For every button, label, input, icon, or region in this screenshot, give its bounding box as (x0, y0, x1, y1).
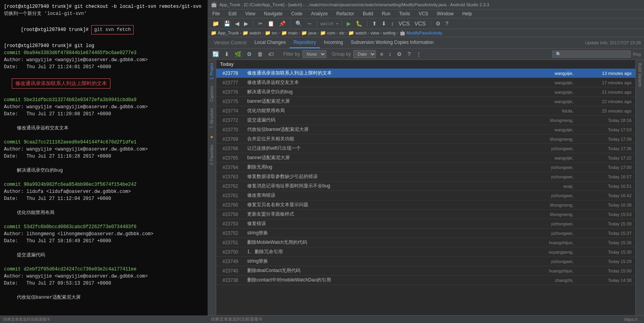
commit-row[interactable]: #237501、删除冗余引用ouyangpeng,Today 15:30 (216, 247, 635, 257)
commit-row[interactable]: #23762修复消息记录地址界面时间显示不全bugwuqi,Today 16:5… (216, 181, 635, 191)
commit-row[interactable]: #23769合并定位开关相关功能lihongmeng,Today 17:39 (216, 134, 635, 144)
breadcrumb-src[interactable]: src (272, 31, 278, 35)
filter-search-input[interactable] (552, 51, 631, 58)
commit-row[interactable]: #23760修复宝贝名名称文本显示问题lihongmeng,Today 16:3… (216, 200, 635, 210)
commit-message: 修改查询错误 (247, 192, 527, 199)
filter-expand[interactable]: ≡ (378, 50, 385, 58)
breadcrumb-modifypass[interactable]: ModifyPassActivity (407, 31, 443, 35)
menu-analyze[interactable]: Analyze (309, 10, 329, 17)
filter-refresh[interactable]: 🔄 (211, 50, 221, 58)
commit-time: Today 15:29 (577, 259, 631, 264)
commit-row[interactable]: #23772提交遗漏代码lihongmeng,Today 18:16 (216, 116, 635, 125)
commit-row[interactable]: #23756更新友盟分享面板样式lihongmeng,Today 15:53 (216, 210, 635, 219)
tab-local-changes[interactable]: Local Changes (250, 37, 289, 48)
commit-row[interactable]: #23749string替换yizhongwei,Today 15:29 (216, 257, 635, 266)
menu-build[interactable]: Build (361, 10, 375, 17)
toolbar-forward[interactable]: ▶ (242, 20, 250, 27)
group-by-select[interactable]: Date (353, 50, 376, 58)
toolbar-replace[interactable]: ↔ (305, 20, 314, 27)
commit-row[interactable]: #23776解决通讯录空白的bugwangyijie,21 minutes ag… (216, 87, 635, 97)
toolbar-help[interactable]: ? (444, 20, 450, 27)
captures-panel-tab[interactable]: Captures (209, 83, 215, 105)
toolbar-vcs-3[interactable]: ↕ (389, 20, 395, 27)
toolbar-watch-dropdown[interactable]: watch ▾ (320, 21, 338, 26)
toolbar-back[interactable]: ◀ (233, 20, 241, 27)
filter-settings2[interactable]: ⚙ (395, 50, 403, 58)
commit-row[interactable]: #23738删除contact中对mobileWatchDao的引用zhangz… (216, 276, 635, 285)
commit-id: #23764 (223, 165, 244, 170)
toolbar-vcs-4[interactable]: VCS (397, 20, 411, 27)
term-line-2: 切换到一个新分支 'local-git-svn' (4, 10, 204, 17)
project-panel-tab[interactable]: 1: Project (209, 60, 215, 83)
menu-edit[interactable]: Edit (227, 10, 238, 17)
commit-time: Today 14:38 (577, 278, 631, 283)
toolbar-copy[interactable]: 📋 (266, 20, 276, 27)
filter-fetch[interactable]: ⬇ (223, 50, 231, 58)
breadcrumb-com[interactable]: com (327, 31, 335, 35)
commit-time: Today 15:39 (577, 221, 631, 226)
toolbar-vcs-2[interactable]: ⬇ (380, 20, 388, 27)
toolbar-vcs-1[interactable]: ⬆ (371, 20, 378, 27)
menu-tools[interactable]: Tools (398, 10, 412, 17)
commit-row[interactable]: #23774优化功能禁用布局lidufa,25 minutes ago (216, 106, 635, 116)
commit-row[interactable]: #23752string替换yizhongwei,Today 15:37 (216, 229, 635, 238)
commit-row[interactable]: #23775banner适配索尼大屏wangyijie,22 minutes a… (216, 97, 635, 106)
commit-row[interactable]: #23778修改通讯录添加联系人到达上限时的文本wangyijie,13 min… (216, 69, 635, 78)
toolbar-save[interactable]: 💾 (222, 20, 232, 27)
breadcrumb-view[interactable]: view (371, 31, 379, 35)
menu-code[interactable]: Code (289, 10, 304, 17)
menu-window[interactable]: Window (435, 10, 455, 17)
toolbar-run[interactable]: ▶ (345, 20, 353, 27)
menu-navigate[interactable]: Navigate (262, 10, 284, 17)
tab-incoming[interactable]: Incoming (320, 37, 347, 48)
menu-refactor[interactable]: Refactor (335, 10, 356, 17)
toolbar-debug[interactable]: 🐛 (354, 20, 364, 27)
filter-settings[interactable]: ⚙ (245, 50, 253, 58)
commit-row[interactable]: #23768让已连接的wifi只出现一个yizhongwei,Today 17:… (216, 144, 635, 153)
toolbar-open[interactable]: 📁 (211, 20, 221, 27)
term-commit-4: commit 90a9924b982fc6ea854bb98ec3f5674f1… (4, 181, 204, 188)
menu-run[interactable]: Run (380, 10, 392, 17)
commit-author: huangzhijun, (530, 269, 573, 273)
breadcrumb-main[interactable]: main (288, 31, 298, 35)
commit-row[interactable]: #23765banner适配索尼大屏wangyijie,Today 17:22 (216, 153, 635, 163)
commit-row[interactable]: #23777修改通讯录远程交友文本wangyijie,17 minutes ag… (216, 78, 635, 87)
commit-row[interactable]: #23764删除无用logyizhongwei,Today 17:00 (216, 163, 635, 172)
toolbar-settings[interactable]: ⚙ (434, 20, 442, 27)
filter-more[interactable]: ⋮ (414, 50, 423, 58)
structure-panel-tab[interactable]: 7: Structure (209, 105, 215, 132)
breadcrumb-xtc[interactable]: xtc (339, 31, 345, 35)
breadcrumb-setting[interactable]: setting (383, 31, 396, 35)
commit-row[interactable]: #23770代收短信banner适配索尼大屏wangyijie,Today 17… (216, 125, 635, 134)
menu-vcs[interactable]: VCS (417, 10, 430, 17)
menu-help[interactable]: Help (461, 10, 474, 17)
filter-by-select[interactable]: None (302, 50, 326, 58)
commit-row[interactable]: #23761修改查询错误yizhongwei,Today 16:42 (216, 191, 635, 200)
breadcrumb-apptrunk[interactable]: App_Trunk (218, 31, 239, 35)
filter-branch[interactable]: 🌿 (233, 50, 243, 58)
filter-tag[interactable]: 🏷 (267, 50, 275, 58)
breadcrumb-java[interactable]: java (308, 31, 316, 35)
filter-collapse[interactable]: ↕ (387, 50, 393, 58)
commit-row[interactable]: #23751删除MobileWatch无用的代码huangzhijun,Toda… (216, 238, 635, 247)
tab-repository[interactable]: Repository (289, 37, 320, 48)
build-variants-tab[interactable]: Build Variants (637, 60, 643, 90)
tab-svn-info[interactable]: Subversion Working Copies Information (347, 37, 438, 48)
commit-row[interactable]: #23753修复错误yizhongwei,Today 15:39 (216, 219, 635, 229)
breadcrumb-watch2[interactable]: watch (355, 31, 367, 35)
toolbar-search[interactable]: 🔍 (294, 20, 304, 27)
breadcrumb-sep-5: › (318, 31, 319, 35)
term-line-3: [root@xtgl207940 trunk]# git svn fetch (4, 17, 204, 42)
java-icon: 📁 (301, 30, 307, 36)
toolbar-cut[interactable]: ✂ (257, 20, 264, 27)
toolbar-vcs-5[interactable]: VCS (413, 20, 427, 27)
menu-view[interactable]: View (244, 10, 257, 17)
commit-row[interactable]: #23740删除dealContact无用代码huangzhijun,Today… (216, 266, 635, 276)
filter-help[interactable]: ? (406, 50, 412, 58)
favorites-panel-tab[interactable]: 2: Favorites (209, 142, 215, 168)
toolbar-paste[interactable]: 📌 (277, 20, 287, 27)
menu-file[interactable]: File (211, 10, 221, 17)
commit-row[interactable]: #23763修复数据读取参数缺少引起的错误yizhongwei,Today 16… (216, 172, 635, 181)
breadcrumb-watch[interactable]: watch (250, 31, 261, 35)
filter-delete[interactable]: 🗑 (256, 50, 264, 58)
